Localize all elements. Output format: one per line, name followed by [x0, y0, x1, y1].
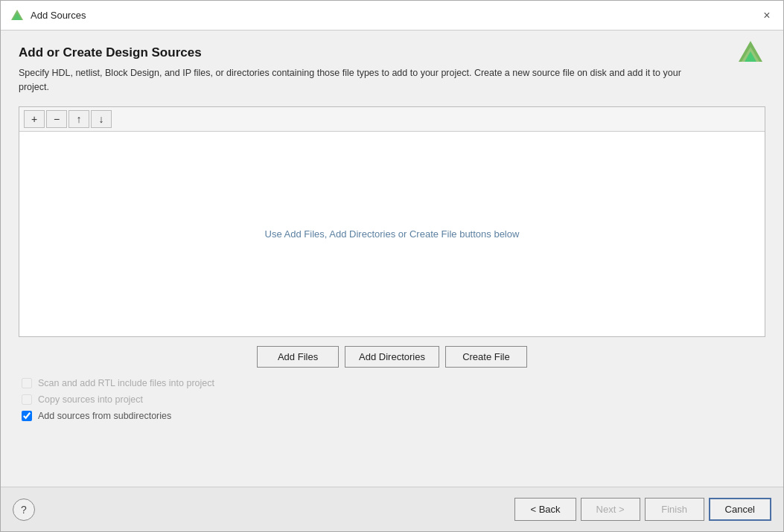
- navigation-buttons: < Back Next > Finish Cancel: [514, 498, 771, 521]
- move-up-button[interactable]: ↑: [68, 110, 89, 128]
- page-description: Specify HDL, netlist, Block Design, and …: [19, 66, 689, 94]
- create-file-button[interactable]: Create File: [445, 346, 527, 368]
- dialog-footer: ? < Back Next > Finish Cancel: [1, 487, 783, 531]
- content-area: Add or Create Design Sources Specify HDL…: [1, 31, 783, 487]
- add-subdirectories-label: Add sources from subdirectories: [38, 411, 171, 421]
- copy-sources-label: Copy sources into project: [38, 394, 143, 405]
- finish-button[interactable]: Finish: [645, 498, 704, 521]
- up-arrow-icon: ↑: [77, 113, 82, 125]
- down-arrow-icon: ↓: [99, 113, 104, 125]
- help-button[interactable]: ?: [13, 499, 35, 521]
- header-vivado-logo-icon: [736, 38, 765, 68]
- back-button[interactable]: < Back: [514, 498, 576, 521]
- dialog-title: Add Sources: [31, 10, 86, 21]
- add-directories-button[interactable]: Add Directories: [345, 346, 439, 368]
- action-buttons-row: Add Files Add Directories Create File: [19, 346, 765, 368]
- vivado-logo-icon: [10, 8, 25, 23]
- add-subdirectories-checkbox[interactable]: [22, 411, 32, 421]
- plus-icon: +: [31, 113, 37, 125]
- add-item-button[interactable]: +: [24, 110, 45, 128]
- copy-sources-row: Copy sources into project: [22, 394, 765, 405]
- file-list-empty: Use Add Files, Add Directories or Create…: [19, 132, 765, 336]
- add-files-button[interactable]: Add Files: [257, 346, 339, 368]
- scan-rtl-label: Scan and add RTL include files into proj…: [38, 378, 214, 388]
- next-button[interactable]: Next >: [581, 498, 640, 521]
- scan-rtl-checkbox[interactable]: [22, 378, 32, 388]
- header-section: Add or Create Design Sources Specify HDL…: [19, 45, 765, 106]
- empty-message: Use Add Files, Add Directories or Create…: [265, 228, 520, 240]
- add-sources-dialog: Add Sources × Add or Create Design Sourc…: [0, 0, 784, 532]
- title-bar: Add Sources ×: [1, 1, 783, 31]
- file-panel: + − ↑ ↓ Use Add Files, Add Directories o…: [19, 106, 765, 337]
- remove-item-button[interactable]: −: [46, 110, 67, 128]
- add-subdirectories-row: Add sources from subdirectories: [22, 411, 765, 421]
- file-toolbar: + − ↑ ↓: [19, 107, 765, 132]
- page-title: Add or Create Design Sources: [19, 45, 765, 60]
- minus-icon: −: [54, 113, 60, 125]
- options-checkboxes: Scan and add RTL include files into proj…: [19, 378, 765, 421]
- title-bar-left: Add Sources: [10, 8, 86, 23]
- close-button[interactable]: ×: [759, 8, 774, 23]
- cancel-button[interactable]: Cancel: [709, 498, 771, 521]
- scan-rtl-row: Scan and add RTL include files into proj…: [22, 378, 765, 388]
- copy-sources-checkbox[interactable]: [22, 394, 32, 405]
- move-down-button[interactable]: ↓: [91, 110, 112, 128]
